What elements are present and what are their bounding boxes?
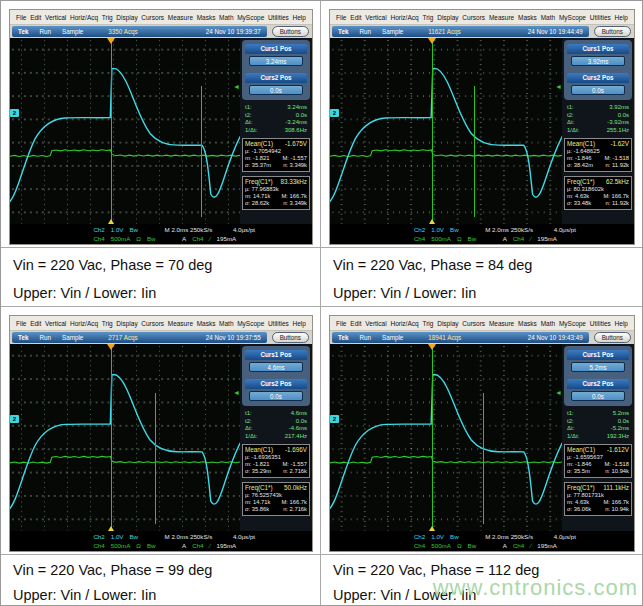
trigger-readout: A Ch4 ∕ 195mA	[182, 234, 236, 243]
buttons-button[interactable]: Buttons	[594, 332, 631, 343]
ch4-settings: Ch4 500mA Ω Bw	[93, 541, 155, 550]
menu-trig[interactable]: Trig	[422, 320, 433, 327]
menu-help[interactable]: Help	[615, 14, 628, 21]
menu-measure[interactable]: Measure	[168, 14, 193, 21]
curs1-pos-value[interactable]: 3.92ms	[571, 56, 625, 66]
curs2-pos-value[interactable]: 0.0s	[571, 391, 625, 401]
curs1-pos-value[interactable]: 4.6ms	[249, 362, 303, 372]
curs2-pos-value[interactable]: 0.0s	[249, 391, 303, 401]
menu-display[interactable]: Display	[116, 14, 137, 21]
buttons-button[interactable]: Buttons	[272, 26, 309, 37]
cursor-line-2[interactable]	[474, 86, 475, 216]
menu-myscope[interactable]: MyScope	[559, 320, 586, 327]
menu-file[interactable]: File	[336, 320, 346, 327]
menu-measure[interactable]: Measure	[489, 14, 514, 21]
resolution-readout: 4.0µs/pt	[554, 225, 576, 234]
cursor-line-2[interactable]	[201, 86, 202, 216]
ch2-scale: 1.0V	[431, 532, 444, 541]
menu-display[interactable]: Display	[116, 320, 137, 327]
cursor-line-2[interactable]	[483, 393, 484, 524]
menu-vertical[interactable]: Vertical	[45, 320, 66, 327]
dt-value: -4.6ms	[289, 425, 307, 433]
menu-myscope[interactable]: MyScope	[237, 14, 264, 21]
menu-masks[interactable]: Masks	[518, 14, 537, 21]
readout-t2: t2: 0.0s	[245, 112, 307, 120]
menu-file[interactable]: File	[16, 14, 26, 21]
dt-label: Δt:	[567, 425, 574, 433]
menu-trig[interactable]: Trig	[422, 14, 433, 21]
menu-masks[interactable]: Masks	[197, 320, 216, 327]
menu-utilities[interactable]: Utilities	[268, 320, 289, 327]
cursor-line-1[interactable]	[111, 346, 112, 529]
menu-myscope[interactable]: MyScope	[237, 320, 264, 327]
cursor-line-1[interactable]	[111, 40, 112, 222]
curs2-pos-value[interactable]: 0.0s	[571, 85, 625, 95]
buttons-button[interactable]: Buttons	[272, 332, 309, 343]
menu-trig[interactable]: Trig	[102, 14, 113, 21]
caption-line2: Upper: Vin / Lower: Iin	[13, 587, 320, 603]
menu-vertical[interactable]: Vertical	[365, 14, 386, 21]
menu-cursors[interactable]: Cursors	[141, 14, 164, 21]
menu-utilities[interactable]: Utilities	[268, 14, 289, 21]
menu-horiz-acq[interactable]: Horiz/Acq	[70, 14, 98, 21]
menu-vertical[interactable]: Vertical	[45, 14, 66, 21]
timebase-value: M 2.0ms 250kS/s	[165, 225, 213, 234]
curs1-pos-value[interactable]: 3.24ms	[249, 56, 303, 66]
menu-trig[interactable]: Trig	[102, 320, 113, 327]
mean-label: Mean(C1)	[245, 446, 273, 454]
cursor-arrow-icon: ◄	[555, 83, 562, 90]
menu-edit[interactable]: Edit	[30, 320, 41, 327]
menu-help[interactable]: Help	[293, 14, 306, 21]
menu-horiz-acq[interactable]: Horiz/Acq	[70, 320, 98, 327]
menu-file[interactable]: File	[336, 14, 346, 21]
menu-math[interactable]: Math	[541, 320, 555, 327]
readout-dt: Δt: -3.24ms	[245, 119, 307, 127]
menu-myscope[interactable]: MyScope	[559, 14, 586, 21]
menu-utilities[interactable]: Utilities	[590, 320, 611, 327]
mean-sigma-row: σ: 35.5m n: 10.94k	[567, 468, 629, 475]
freq-mu-row: µ: 80.318602k	[567, 186, 629, 193]
cursor-line-2[interactable]	[155, 393, 156, 524]
menu-horiz-acq[interactable]: Horiz/Acq	[390, 320, 418, 327]
menu-measure[interactable]: Measure	[168, 320, 193, 327]
menu-edit[interactable]: Edit	[350, 14, 361, 21]
menu-measure[interactable]: Measure	[489, 320, 514, 327]
t1-label: t1:	[567, 104, 574, 112]
menu-math[interactable]: Math	[219, 14, 233, 21]
buttons-button[interactable]: Buttons	[594, 26, 631, 37]
freq-minmax-row: m: 4.63k M: 166.7k	[567, 499, 629, 506]
menu-edit[interactable]: Edit	[30, 14, 41, 21]
freq-max: M: 166.7k	[604, 193, 629, 200]
menu-utilities[interactable]: Utilities	[590, 14, 611, 21]
scope-statusbar: Tek Run Sample 11621 Acqs 24 Nov 10 19:4…	[332, 26, 589, 37]
menu-math[interactable]: Math	[219, 320, 233, 327]
curs2-pos-value[interactable]: 0.0s	[249, 85, 303, 95]
menu-display[interactable]: Display	[437, 320, 458, 327]
curs1-pos-value[interactable]: 5.2ms	[571, 362, 625, 372]
freq-n: n: 3.349k	[283, 200, 307, 207]
cursor-line-1[interactable]	[432, 40, 433, 222]
t1-value: 3.24ms	[287, 104, 307, 112]
menu-edit[interactable]: Edit	[350, 320, 361, 327]
ch4-scale: 500mA	[111, 541, 131, 550]
menu-help[interactable]: Help	[293, 320, 306, 327]
menu-vertical[interactable]: Vertical	[365, 320, 386, 327]
menu-horiz-acq[interactable]: Horiz/Acq	[390, 14, 418, 21]
menu-cursors[interactable]: Cursors	[462, 14, 485, 21]
menu-display[interactable]: Display	[437, 14, 458, 21]
scope-right-panel: Curs1 Pos 3.92ms Curs2 Pos 0.0s t1: 3.92…	[562, 38, 634, 224]
t1-value: 3.92ms	[609, 104, 629, 112]
menu-math[interactable]: Math	[541, 14, 555, 21]
waveform-svg	[10, 38, 240, 224]
menu-masks[interactable]: Masks	[518, 320, 537, 327]
cursor-line-1[interactable]	[432, 346, 433, 529]
menu-masks[interactable]: Masks	[197, 14, 216, 21]
menu-file[interactable]: File	[16, 320, 26, 327]
trigger-a-label: A	[182, 541, 186, 550]
menu-help[interactable]: Help	[615, 320, 628, 327]
menu-cursors[interactable]: Cursors	[141, 320, 164, 327]
ch2-readout-row: Ch2 1.0V Bw M 2.0ms 250kS/s 4.0µs/pt	[334, 532, 630, 541]
mean-minmax-row: m: -1.821 M: -1.557	[245, 155, 307, 162]
mean-min: m: -1.846	[567, 461, 592, 468]
menu-cursors[interactable]: Cursors	[462, 320, 485, 327]
